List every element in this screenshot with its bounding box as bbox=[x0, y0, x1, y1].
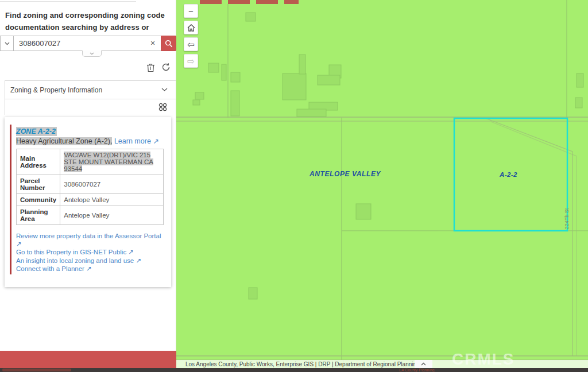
search-input-wrap: × bbox=[14, 36, 161, 51]
table-row: Main Address VAC/AVE W12(DRT)/VIC 215 ST… bbox=[17, 149, 164, 175]
panel-collapse-tab[interactable] bbox=[82, 51, 102, 57]
next-extent-button[interactable]: ⇨ bbox=[184, 54, 198, 68]
related-links: Review more property data in the Assesso… bbox=[16, 232, 165, 273]
gisnet-public-link[interactable]: Go to this Property in GIS-NET Public ↗ bbox=[16, 249, 165, 257]
zoom-out-button[interactable]: − bbox=[184, 4, 198, 18]
attribution-collapse-button[interactable] bbox=[415, 360, 432, 368]
zone-accent-block: ZONE A-2-2 Heavy Agricultural Zone (A-2)… bbox=[10, 125, 165, 274]
attribution-bar: Los Angeles County, Public Works, Enterp… bbox=[176, 360, 588, 368]
trash-icon bbox=[146, 63, 155, 72]
delete-results-button[interactable] bbox=[145, 62, 156, 72]
red-dashed-boundary bbox=[200, 0, 299, 4]
clear-search-button[interactable]: × bbox=[148, 38, 157, 48]
map-geometry bbox=[176, 0, 588, 372]
attribution-text: Los Angeles County, Public Works, Enterp… bbox=[176, 361, 420, 367]
map-toolbar: − ⇦ ⇨ bbox=[184, 4, 198, 68]
table-row: Planning Area Antelope Valley bbox=[17, 206, 164, 225]
previous-extent-button[interactable]: ⇦ bbox=[184, 37, 198, 51]
search-type-dropdown[interactable] bbox=[0, 36, 14, 51]
zone-result-card: ZONE A-2-2 Heavy Agricultural Zone (A-2)… bbox=[5, 117, 171, 287]
region-label: ANTELOPE VALLEY bbox=[310, 170, 381, 178]
zoning-info-header[interactable]: Zoning & Property Information bbox=[5, 81, 176, 99]
info-icon-row bbox=[5, 99, 176, 115]
gis-zoning-app: Find zoning and corresponding zoning cod… bbox=[0, 0, 588, 372]
zone-label: A-2-2 bbox=[500, 171, 517, 178]
sidebar-panel: Find zoning and corresponding zoning cod… bbox=[0, 0, 176, 351]
assessor-portal-link[interactable]: Review more property data in the Assesso… bbox=[16, 232, 165, 248]
refresh-button[interactable] bbox=[161, 62, 171, 72]
property-table: Main Address VAC/AVE W12(DRT)/VIC 215 ST… bbox=[16, 149, 164, 225]
crmls-watermark: CRMLS bbox=[452, 350, 515, 369]
table-row: Community Antelope Valley bbox=[17, 194, 164, 206]
chevron-down-icon bbox=[161, 88, 168, 92]
result-toolbar bbox=[145, 62, 171, 72]
learn-more-link[interactable]: Learn more ↗ bbox=[114, 137, 159, 145]
row-label: Community bbox=[17, 194, 60, 206]
clipped-logo bbox=[2, 369, 71, 371]
connect-planner-link[interactable]: Connect with a Planner ↗ bbox=[16, 265, 165, 273]
row-value: Antelope Valley bbox=[60, 194, 164, 206]
parcel-lines bbox=[228, 0, 588, 368]
table-row: Parcel Number 3086007027 bbox=[17, 175, 164, 194]
zoning-info-panel: Zoning & Property Information bbox=[5, 80, 176, 115]
road-lines bbox=[176, 117, 588, 360]
chevron-up-icon bbox=[421, 362, 426, 366]
clipped-footer-text: LA County Planning bbox=[399, 368, 435, 372]
zone-subtitle: Heavy Agricultural Zone (A-2), bbox=[16, 137, 112, 145]
back-arrow-icon: ⇦ bbox=[187, 40, 195, 49]
forward-arrow-icon: ⇨ bbox=[187, 57, 195, 65]
row-value: Antelope Valley bbox=[60, 206, 164, 225]
row-label: Planning Area bbox=[17, 206, 60, 225]
zone-subtitle-line: Heavy Agricultural Zone (A-2), Learn mor… bbox=[16, 137, 165, 145]
search-input[interactable] bbox=[14, 36, 161, 51]
search-button[interactable] bbox=[161, 36, 176, 51]
sidebar-footer-bar bbox=[0, 351, 176, 368]
row-label: Parcel Number bbox=[17, 175, 60, 194]
search-bar: × bbox=[0, 36, 176, 51]
zone-title: ZONE A-2-2 bbox=[16, 127, 57, 136]
row-label: Main Address bbox=[17, 149, 60, 175]
divider bbox=[0, 1, 136, 2]
refresh-icon bbox=[161, 63, 171, 72]
zoning-insight-link[interactable]: An insight into local zoning and land us… bbox=[16, 257, 165, 265]
row-value: VAC/AVE W12(DRT)/VIC 215 STE MOUNT WATER… bbox=[64, 152, 153, 172]
building-footprints bbox=[193, 13, 583, 299]
row-value: 3086007027 bbox=[60, 175, 164, 194]
grid-dots-icon[interactable] bbox=[158, 102, 168, 112]
zone-title-line: ZONE A-2-2 bbox=[16, 126, 165, 136]
street-label: 224Th St bbox=[564, 208, 570, 230]
chevron-down-icon bbox=[5, 42, 10, 45]
home-icon bbox=[187, 24, 195, 32]
home-extent-button[interactable] bbox=[184, 21, 198, 34]
chevron-down-icon bbox=[90, 52, 94, 55]
zoning-info-title: Zoning & Property Information bbox=[10, 86, 102, 94]
search-icon bbox=[165, 40, 173, 48]
bottom-edge-strip: LA County Planning bbox=[0, 368, 588, 372]
map-canvas[interactable]: ANTELOPE VALLEY A-2-2 224Th St − ⇦ ⇨ CRM… bbox=[176, 0, 588, 372]
